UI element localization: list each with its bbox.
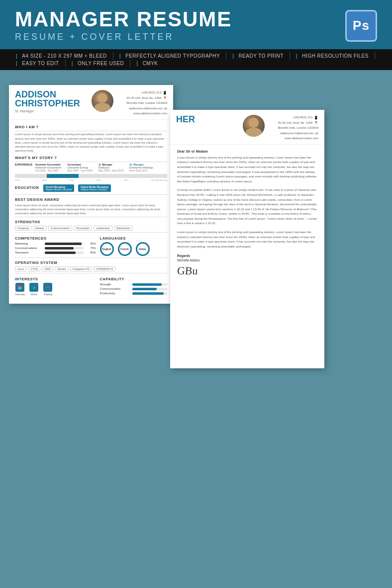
competences-title: COMPETENCES [15,236,96,241]
capability-title: CAPABILITY [100,277,167,281]
skill-bar-comms [45,247,84,250]
cover-para-1: Lorem Ipsum is simply dummy text of the … [177,156,317,184]
address-line2: Murrells Inlet, London 13U0H9 [127,101,167,106]
lang-italian: Italian [136,242,150,256]
skill-teamwork: Teamwork 80% [15,251,96,254]
job-4: Sr. Manager Enterprise Holdings Now Apri… [129,163,153,172]
cover-regards: Regards [177,254,317,257]
cover-contact: +156.8521.213 📱 45-25-125, Door No. 1258… [269,115,318,141]
skill-comms: Communications 75% [15,247,96,250]
cover-photo-inner [243,115,265,137]
strength-1: Creativity [15,226,31,231]
strength-4: Persuasion [74,226,93,231]
job-2: Accountant Clacamite Energy May 2005 - A… [68,163,93,172]
interests-row: 📚 Learning ♪ Music 🎮 Playing [15,283,96,296]
education-row: Social Managing Degree Hamton University… [43,184,111,192]
phone-number: +156.8521.213 [141,90,161,95]
main-area: ADDISON CHRISTOPHER Sr. Manager +156.852… [0,70,392,588]
pipe-icon: | [16,61,17,66]
divider [15,217,167,217]
pipe-icon: | [16,53,17,59]
competences-languages: COMPETENCES Marketing 95% Communications [15,234,167,256]
interest-learning: 📚 Learning [15,283,24,296]
divider [15,257,167,258]
cover-header: HER +156.8521.213 📱 45-25-125, Door No. … [170,110,324,145]
cover-phone-icon: 📱 [314,115,318,120]
edu-item-1: Social Managing Degree Hamton University [43,184,75,192]
interest-music: ♪ Music [29,283,38,296]
education-title: EDUCATION [15,185,39,190]
email-row: addisorrior.hi@email.com ✉ [117,106,167,111]
timeline-fill [15,174,121,178]
cover-name-partial: HER [176,115,239,124]
strength-3: Communication [48,226,72,231]
skill-fill [45,252,76,254]
divider [15,162,167,162]
learning-icon: 📚 [15,283,24,292]
cover-address2-row: Murrells Inlet, London 13U0H9 [269,126,318,131]
cover-salutation: Dear Sir or Madam [177,150,317,153]
timeline-years: 2006 2008 2010 2012 2014 2016 Still Work… [15,179,167,181]
os-row: Linux CTOS UNIX Darwin Chippewa OS CONSE… [15,266,167,271]
strength-5: Leadership [94,226,112,231]
os-title: OPERATING SYSTEM [15,260,167,265]
os-unix: UNIX [42,266,53,271]
website-url: www.addissoncharts.com [133,111,167,116]
education-section: EDUCATION Social Managing Degree Hamton … [15,183,167,192]
strength-2: Relator [33,226,47,231]
cover-phone-row: +156.8521.213 📱 [269,115,318,120]
main-title: MANAGER RESUME [15,9,232,30]
pipe-icon: | [136,61,138,66]
skill-marketing: Marketing 95% [15,242,96,245]
interests-col: INTERESTS 📚 Learning ♪ Music 🎮 Playing [15,274,96,296]
best-design-text: Lorem ipsum dolor sit amet, consectetur … [15,203,167,216]
cover-body: Dear Sir or Madam Lorem Ipsum is simply … [170,145,324,283]
resume-photo [92,90,113,112]
divider [15,131,167,131]
timeline: 2006 2008 2010 2012 2014 2016 Still Work… [15,174,167,181]
header: MANAGER RESUME RESUME + COVER LETTER Ps [0,0,392,49]
languages-col: LANGUAGES English French Italian [100,234,167,256]
lang-english: English [100,242,114,256]
cap-strength: Strength [100,283,167,286]
cap-fill [132,283,162,286]
resume-header: ADDISON CHRISTOPHER Sr. Manager +156.852… [9,85,173,120]
strengths-title: STRENGTHS [15,220,167,224]
divider [15,194,167,195]
best-design-title: BEST DESIGN AWARD [15,197,167,202]
features-bar: | A4 SIZE - 210 X 297 MM + BLEED | PERFE… [0,49,392,70]
header-left: MANAGER RESUME RESUME + COVER LETTER [15,9,232,42]
cover-para-3: Lorem Ipsum is simply dummy text of the … [177,230,317,249]
cover-photo [243,115,265,137]
languages-title: LANGUAGES [100,236,167,241]
cap-bar [132,288,167,290]
cover-name-area: HER [176,115,239,124]
who-i-am-title: WHO I AM ? [15,125,167,129]
os-ctos: CTOS [28,266,40,271]
feature-typography: | PERFECTLY ALIGNED TYPOGRAPHY [113,52,226,60]
skill-pct-comms: 75% [86,247,96,250]
timeline-bar [15,174,167,178]
cover-email-icon: ✉ [315,131,318,136]
job-1: Assistant Accountant Andersen Corporatio… [35,163,61,172]
feature-resolution: | HIGH RESOLUTION FILES [290,52,375,60]
cover-website-row: www.addissoncharts.com [269,136,318,141]
feature-cmyk: | CMYK [130,60,164,67]
os-darwin: Darwin [55,266,68,271]
cover-email-row: addisorrior.hi@email.com ✉ [269,131,318,136]
skill-bar-marketing [45,243,84,245]
story-title: WHAT'S MY STORY ? [15,156,167,160]
divider [15,273,167,273]
phone-icon: 📱 [163,90,167,95]
resume-job-title: Sr. Manager [15,109,88,113]
resume-name-block: ADDISON CHRISTOPHER Sr. Manager [15,90,88,113]
resume-last-name: CHRISTOPHER [15,99,88,108]
cover-signee-name: Michelle Adams [177,258,317,262]
skill-fill [45,243,82,245]
address-line1: 45-25-125, Door No. 1258 [126,96,161,101]
resume-body: WHO I AM ? Lorem Ipsum is simply dummy t… [9,120,173,299]
experience-labels: EXPERIENCE Assistant Accountant Andersen… [15,163,167,172]
cap-prod: Productivity [100,292,167,295]
address2-row: Murrells Inlet, London 13U0H9 [117,101,167,106]
os-chippewa: Chippewa OS [70,266,92,271]
